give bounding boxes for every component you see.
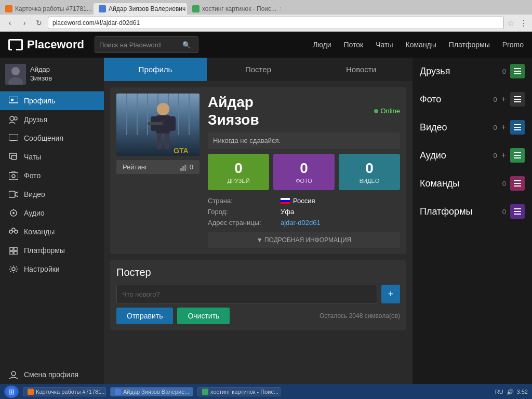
back-button[interactable]: ‹ (4, 17, 16, 29)
sidebar-username: АйдарЗиязов (30, 65, 52, 83)
poster-input[interactable] (116, 285, 377, 303)
online-badge: Online (374, 107, 400, 115)
tray-volume[interactable]: 🔊 (507, 389, 514, 395)
tab-close-3[interactable]: ✕ (279, 6, 281, 12)
sidebar-item-chats[interactable]: Чаты (0, 148, 104, 166)
stat-video: 0 ВИДЕО (339, 154, 400, 190)
browser-tab-2[interactable]: Айдар Зиязов Валериевич ✕ (94, 3, 187, 15)
nav-promo[interactable]: Promo (502, 41, 524, 49)
settings-icon (8, 265, 19, 273)
svg-rect-21 (14, 251, 17, 255)
poster-send-button[interactable]: Отправить (116, 308, 173, 324)
nav-platforms[interactable]: Платформы (449, 41, 490, 49)
sidebar-item-teams[interactable]: Команды (0, 222, 104, 241)
poster-add-button[interactable]: + (381, 285, 400, 303)
logo-text: Placeword (27, 38, 84, 51)
more-info-button[interactable]: ▼ ПОДРОБНАЯ ИНФОРМАЦИЯ (208, 232, 400, 248)
taskbar-item-1[interactable]: Карточка работы #71781... (23, 387, 106, 396)
widget-teams-menu[interactable] (510, 176, 525, 191)
detail-row-address: Адрес страницы: ajdar-d02d61 (208, 217, 400, 228)
nav-stream[interactable]: Поток (344, 41, 364, 49)
refresh-button[interactable]: ↻ (33, 17, 45, 29)
widget-photo-add[interactable]: + (501, 95, 506, 104)
top-nav: Placeword 🔍 Люди Поток Чаты Команды Плат… (0, 32, 532, 58)
sidebar-item-settings[interactable]: Настройки (0, 260, 104, 278)
sidebar-switch-profile[interactable]: Смена профиля (0, 365, 104, 384)
svg-rect-39 (162, 121, 164, 126)
photo-icon (8, 171, 19, 180)
widget-photo-header: Фото 0 + (413, 86, 532, 113)
svg-rect-12 (9, 191, 15, 197)
detail-value-country: Россия (281, 197, 315, 205)
sidebar-item-profile[interactable]: Профиль (0, 91, 104, 110)
detail-key-city: Город: (208, 208, 281, 216)
profile-icon (8, 97, 19, 105)
sidebar-item-label-teams: Команды (24, 228, 55, 236)
profile-rating: Рейтинг 0 (116, 160, 200, 174)
tab-poster[interactable]: Постер (207, 58, 310, 81)
sidebar: АйдарЗиязов Профиль Друзья (0, 58, 104, 384)
svg-text:GTA: GTA (174, 147, 189, 155)
sidebar-item-platforms[interactable]: Платформы (0, 241, 104, 260)
widget-friends: Друзья 0 (413, 58, 532, 85)
forward-button[interactable]: › (19, 17, 30, 29)
tab-profile[interactable]: Профиль (104, 58, 207, 81)
widget-audio-add[interactable]: + (501, 151, 506, 160)
browser-tab-1[interactable]: Карточка работы #71781... ✕ (0, 3, 94, 15)
browser-tab-3[interactable]: хостинг картинок - Поис... ✕ (187, 3, 281, 15)
widget-audio-menu[interactable] (510, 148, 525, 163)
taskbar-item-3[interactable]: хостинг картинок - Поис... (197, 387, 281, 396)
widget-platforms-menu[interactable] (510, 204, 525, 219)
svg-point-32 (157, 103, 169, 115)
poster-input-row: + (116, 285, 400, 303)
rating-value: 0 (180, 163, 193, 171)
profile-name: АйдарЗиязов (208, 94, 259, 128)
svg-point-11 (12, 175, 15, 178)
profile-info: АйдарЗиязов Online Никогда не сдавайся. … (208, 94, 400, 248)
widget-friends-count: 0 (502, 68, 506, 75)
profile-avatar: GTA (116, 94, 200, 156)
rating-bar-icon (180, 164, 188, 171)
sidebar-nav: Профиль Друзья Сообщения (0, 91, 104, 365)
widget-photo-menu[interactable] (510, 92, 525, 107)
bookmark-star[interactable]: ☆ (507, 18, 514, 28)
svg-rect-18 (10, 247, 13, 250)
widget-platforms-title: Платформы (420, 206, 502, 217)
tray-time: 3:52 (517, 389, 528, 395)
sidebar-item-video[interactable]: Видео (0, 185, 104, 204)
start-button[interactable]: ⊞ (4, 385, 19, 398)
tab-news[interactable]: Новости (310, 58, 413, 81)
svg-rect-36 (157, 134, 162, 149)
taskbar-item-2[interactable]: Айдар Зиязов Валерие... (110, 387, 193, 396)
browser-menu[interactable]: ⋮ (520, 18, 528, 28)
browser-chrome: Карточка работы #71781... ✕ Айдар Зиязов… (0, 0, 532, 32)
search-input[interactable] (99, 41, 182, 49)
tab-label-3: хостинг картинок - Поис... (202, 5, 276, 12)
nav-people[interactable]: Люди (313, 41, 331, 49)
widget-video-menu[interactable] (510, 120, 525, 135)
poster-clear-button[interactable]: Очистить (177, 308, 230, 324)
sidebar-item-friends[interactable]: Друзья (0, 110, 104, 129)
sidebar-item-messages[interactable]: Сообщения (0, 129, 104, 148)
nav-teams[interactable]: Команды (406, 41, 436, 49)
nav-chats[interactable]: Чаты (376, 41, 393, 49)
svg-rect-35 (169, 116, 176, 131)
sidebar-item-label-platforms: Платформы (24, 246, 65, 255)
tab-favicon-2 (99, 5, 106, 12)
widget-video-add[interactable]: + (501, 123, 506, 132)
avatar-image (5, 64, 26, 85)
detail-key-country: Страна: (208, 197, 281, 205)
svg-point-5 (10, 116, 14, 121)
profile-tabs: Профиль Постер Новости (104, 58, 413, 81)
widget-friends-menu[interactable] (510, 64, 525, 78)
taskbar-label-1: Карточка работы #71781... (36, 389, 106, 395)
app: Placeword 🔍 Люди Поток Чаты Команды Плат… (0, 32, 532, 399)
avatar (5, 64, 26, 85)
widget-friends-title: Друзья (420, 66, 502, 77)
taskbar-label-2: Айдар Зиязов Валерие... (123, 389, 189, 395)
profile-content: GTA Рейтинг 0 (104, 81, 413, 337)
address-input[interactable] (48, 17, 504, 29)
svg-point-22 (12, 268, 15, 271)
sidebar-item-audio[interactable]: Аудио (0, 204, 104, 222)
sidebar-item-photo[interactable]: Фото (0, 166, 104, 185)
